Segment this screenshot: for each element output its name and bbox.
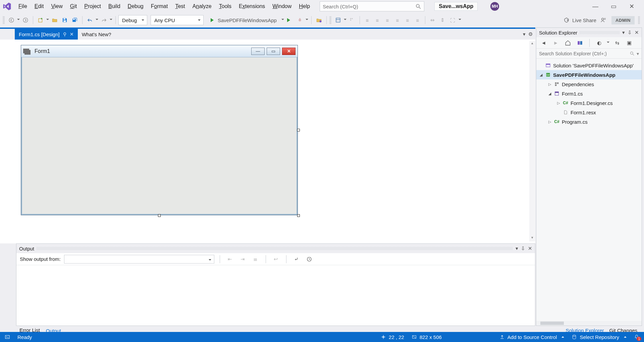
user-avatar[interactable]: MH (490, 2, 499, 11)
tree-form1-resx-node[interactable]: Form1.resx (536, 108, 642, 117)
tab-options-icon[interactable]: ⚙ (528, 31, 533, 37)
tree-project-node[interactable]: ◢ C# SavePDFFileWindowsApp (536, 70, 642, 79)
filter-dropdown[interactable] (606, 42, 610, 44)
panel-close-icon[interactable]: ✕ (635, 30, 639, 36)
align-right-button[interactable]: ≡ (383, 15, 392, 25)
chevron-down-icon[interactable]: ▾ (637, 51, 639, 56)
status-add-source-control[interactable]: Add to Source Control (499, 334, 565, 340)
menu-help[interactable]: Help (295, 2, 314, 11)
panel-menu-dropdown[interactable]: ▾ (622, 30, 625, 36)
live-share-button[interactable]: Live Share (562, 15, 598, 25)
output-goto-prev-button[interactable]: ⇤ (225, 254, 235, 264)
window-minimize-button[interactable]: ― (592, 3, 598, 9)
output-toggle-wordwrap-button[interactable]: ⤶ (292, 254, 301, 264)
align-left-button[interactable]: ≡ (363, 15, 372, 25)
menu-git[interactable]: Git (66, 2, 80, 11)
align-top-button[interactable]: ≡ (393, 15, 402, 25)
output-wrap-button[interactable]: ↩ (271, 254, 281, 264)
new-project-button[interactable] (36, 15, 45, 25)
output-timestamp-button[interactable] (305, 254, 314, 264)
menu-extensions[interactable]: Extensions (235, 2, 269, 11)
menu-view[interactable]: View (47, 2, 66, 11)
menu-build[interactable]: Build (105, 2, 124, 11)
solution-explorer-hscrollbar[interactable] (536, 321, 642, 326)
home-icon[interactable] (563, 38, 573, 48)
resize-handle-icon[interactable] (297, 214, 300, 217)
expand-dropdown[interactable] (458, 19, 462, 21)
menu-window[interactable]: Window (269, 2, 295, 11)
align-grid-button[interactable] (347, 15, 357, 25)
vspace-button[interactable]: ⇕ (438, 15, 447, 25)
menu-test[interactable]: Test (171, 2, 189, 11)
output-clear-button[interactable]: ≣ (251, 254, 260, 264)
resize-handle-icon[interactable] (158, 214, 161, 217)
panel-menu-dropdown[interactable]: ▾ (516, 245, 518, 251)
window-close-button[interactable]: ✕ (629, 3, 635, 9)
menu-file[interactable]: FFileile (15, 2, 31, 11)
solution-platform-combo[interactable]: Any CPU (151, 15, 204, 25)
start-debug-dropdown[interactable] (281, 19, 284, 21)
close-tab-icon[interactable]: ✕ (70, 32, 74, 37)
solution-config-combo[interactable]: Debug (118, 15, 147, 25)
status-notifications[interactable]: 1 (634, 334, 639, 340)
tree-form1-node[interactable]: ◢ Form1.cs (536, 89, 642, 98)
menu-edit[interactable]: Edit (31, 2, 48, 11)
sync-icon[interactable]: ⇆ (612, 38, 622, 48)
save-all-button[interactable] (70, 15, 79, 25)
tree-form1-designer-node[interactable]: ▷ C# Form1.Designer.cs (536, 98, 642, 108)
status-select-repository[interactable]: Select Repository (572, 334, 627, 340)
undo-dropdown[interactable] (95, 19, 99, 21)
output-source-combo[interactable] (64, 255, 214, 264)
layout-dropdown[interactable] (343, 19, 347, 21)
tree-program-node[interactable]: ▷ C# Program.cs (536, 117, 642, 126)
panel-close-icon[interactable]: ✕ (528, 245, 532, 251)
menu-format[interactable]: Format (147, 2, 172, 11)
panel-pin-icon[interactable]: ⇩ (628, 30, 632, 36)
hot-reload-button[interactable] (295, 15, 305, 25)
align-center-button[interactable]: ≡ (373, 15, 382, 25)
tab-whats-new[interactable]: What's New? (78, 29, 115, 40)
hspace-button[interactable]: ⇔ (428, 15, 437, 25)
menu-analyze[interactable]: Analyze (189, 2, 215, 11)
menu-tools[interactable]: Tools (215, 2, 235, 11)
undo-button[interactable] (85, 15, 95, 25)
form-designer-surface[interactable]: Form1 — ▭ ✕ (15, 41, 531, 241)
expand-button[interactable]: ⛶ (448, 15, 458, 25)
form-maximize-button[interactable]: ▭ (267, 48, 280, 55)
pending-changes-filter-icon[interactable]: ◐ (594, 38, 604, 48)
status-output-icon[interactable] (5, 334, 10, 340)
hot-reload-dropdown[interactable] (305, 19, 309, 21)
form-close-button[interactable]: ✕ (282, 48, 296, 55)
nav-back-button[interactable] (7, 15, 16, 25)
align-bottom-button[interactable]: ≡ (413, 15, 422, 25)
start-debug-button[interactable]: SavePDFFileWindowsApp (207, 15, 280, 25)
new-project-dropdown[interactable] (46, 19, 49, 21)
start-without-debug-button[interactable] (285, 15, 294, 25)
status-position[interactable]: 22 , 22 (381, 334, 404, 340)
design-form-window[interactable]: Form1 — ▭ ✕ (21, 45, 298, 215)
open-in-explorer-button[interactable] (314, 15, 324, 25)
form-minimize-button[interactable]: — (251, 48, 265, 55)
pin-icon[interactable]: ⚲ (63, 32, 66, 37)
forward-icon[interactable]: ► (551, 38, 560, 48)
designer-vscrollbar[interactable]: ▴▾ (529, 41, 535, 241)
tree-dependencies-node[interactable]: ▷ Dependencies (536, 79, 642, 89)
resize-handle-icon[interactable] (297, 129, 300, 131)
menu-project[interactable]: Project (80, 2, 105, 11)
save-button[interactable] (60, 15, 69, 25)
solution-explorer-search[interactable]: Search Solution Explorer (Ctrl+;) ▾ (536, 49, 642, 59)
redo-dropdown[interactable] (109, 19, 113, 21)
global-search-input[interactable]: Search (Ctrl+Q) (320, 1, 424, 11)
back-icon[interactable]: ◄ (539, 38, 548, 48)
status-size[interactable]: 822 x 506 (412, 334, 442, 340)
panel-pin-icon[interactable]: ⇩ (521, 245, 525, 251)
redo-button[interactable] (99, 15, 109, 25)
active-files-dropdown[interactable]: ▾ (523, 31, 526, 37)
tab-form1-design[interactable]: Form1.cs [Design] ⚲ ✕ (15, 29, 78, 40)
feedback-button[interactable] (599, 15, 608, 25)
nav-back-dropdown[interactable] (17, 19, 20, 21)
layout-button[interactable] (333, 15, 343, 25)
open-file-button[interactable] (50, 15, 59, 25)
window-restore-button[interactable]: ▭ (610, 3, 616, 9)
show-all-files-icon[interactable]: ▣ (625, 38, 634, 48)
